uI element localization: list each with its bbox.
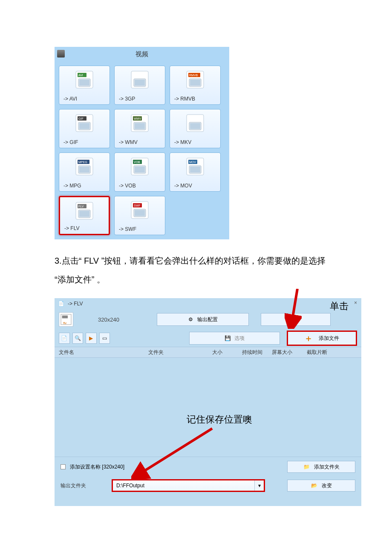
add-setting-label: 添加设置名称 [320x240] [70,463,124,471]
avi-icon: AVI [72,70,96,89]
format-tile-swf[interactable]: SWF-> SWF [114,196,165,235]
arrow-right-icon: ➡ [294,316,298,322]
col-name: 文件名 [59,349,148,356]
folder-plus-icon: 📁 [303,464,310,470]
add-setting-checkbox[interactable] [61,464,66,469]
svg-text:GIF: GIF [78,117,84,120]
svg-text:MOV: MOV [189,161,196,164]
chevron-down-icon: ▾ [258,483,261,489]
add-file-button[interactable]: ＋ 添加文件 [287,331,357,346]
add-folder-button[interactable]: 📁 添加文件夹 [287,461,355,473]
panel-title: 视频 [135,50,148,58]
plus-icon: ＋ [304,333,313,344]
format-tile-label: -> MKV [174,139,191,145]
format-tile-gif[interactable]: GIF-> GIF [59,109,110,148]
format-tile-label: -> RMVB [174,96,195,102]
instruction-text: 3.点击“ FLV ”按钮，请看看它会弹出什么样的对话框，你需要做的是选择“添加… [55,251,327,289]
vob-icon: VOB [128,157,152,176]
small-app-icon: 📄 [58,301,64,307]
close-icon[interactable]: × [354,300,357,306]
format-tile-label: -> FLV [64,225,79,231]
svg-rect-4 [79,80,89,86]
app-icon [57,50,65,58]
mpg-icon: MPEG [72,157,96,176]
gif-icon: GIF [72,114,96,132]
output-folder-input[interactable] [113,480,254,491]
add-file-label: 添加文件 [319,335,339,342]
format-tile-label: -> AVI [63,96,77,102]
rmvb-icon: RMVB [183,70,207,89]
format-tile-label: -> MPG [63,183,81,189]
change-label: 改变 [322,482,332,489]
file-list-headers: 文件名 文件夹 大小 持续时间 屏幕大小 截取片断 [55,347,361,358]
format-tile-label: -> SWF [119,226,136,232]
col-screen: 屏幕大小 [272,349,307,356]
svg-rect-25 [190,123,200,129]
tool-button-2[interactable]: 🔍 [72,333,84,344]
add-folder-label: 添加文件夹 [314,463,340,471]
svg-rect-12 [190,80,200,86]
svg-text:flv: flv [63,321,66,325]
file-list-body: 记住保存位置噢 [55,358,361,457]
format-tile-label: -> VOB [119,183,136,189]
resolution-label: 320x240 [98,316,141,323]
format-tile-label: -> 3GP [119,96,135,102]
output-config-label: 输出配置 [197,316,218,323]
format-tile-avi[interactable]: AVI-> AVI [59,66,110,105]
flv-format-icon: flv [59,312,73,327]
output-folder-dropdown[interactable]: ▾ [254,480,264,491]
change-button[interactable]: 📂 改变 [287,480,355,492]
svg-rect-17 [79,123,89,129]
options-button[interactable]: 💾 选项 [189,332,280,345]
svg-rect-54 [62,316,68,319]
svg-text:AVI: AVI [78,74,83,77]
svg-text:SWF: SWF [134,204,141,207]
3gp-icon [128,70,152,89]
folder-open-icon: 📂 [311,483,317,489]
tool-button-4[interactable]: ▭ [99,333,110,344]
tool-button-1[interactable]: 📄 [59,333,70,344]
svg-rect-35 [135,167,145,173]
svg-text:RMVB: RMVB [189,74,198,77]
svg-rect-50 [135,210,145,216]
format-tile-label: -> MOV [174,183,192,189]
gear-icon: ⚙ [188,316,193,322]
dialog-title: -> FLV [68,301,83,307]
output-folder-field: ▾ [112,479,265,492]
format-tile-wmv[interactable]: WMV-> WMV [114,109,165,148]
output-config-button[interactable]: ⚙ 输出配置 [157,313,249,326]
format-tile-rmvb[interactable]: RMVB-> RMVB [170,66,221,105]
save-icon: 💾 [225,335,231,341]
forward-arrow-button[interactable]: ➡ [261,313,331,326]
panel-title-bar: 视频 [55,47,229,61]
format-tile-3gp[interactable]: -> 3GP [114,66,165,105]
output-folder-label: 输出文件夹 [61,482,107,489]
col-dur: 持续时间 [242,349,272,356]
col-clip: 截取片断 [307,349,341,356]
col-folder: 文件夹 [148,349,212,356]
dialog-footer: 添加设置名称 [320x240] 📁 添加文件夹 输出文件夹 ▾ 📂 改变 [55,457,361,495]
wmv-icon: WMV [128,114,152,132]
options-label: 选项 [234,335,245,342]
swf-icon: SWF [128,201,152,219]
svg-text:VOB: VOB [134,161,140,164]
tool-button-play[interactable]: ▶ [86,333,97,344]
svg-text:FLV: FLV [78,205,84,208]
format-tile-flv[interactable]: FLV-> FLV [59,196,110,235]
svg-rect-40 [190,167,200,173]
col-size: 大小 [212,349,242,356]
svg-rect-45 [79,211,89,217]
svg-text:MPEG: MPEG [78,161,87,164]
svg-rect-22 [135,123,145,129]
format-tile-label: -> GIF [63,139,78,145]
format-tile-vob[interactable]: VOB-> VOB [114,152,165,192]
svg-text:WMV: WMV [134,117,141,120]
format-tile-mov[interactable]: MOV-> MOV [170,152,221,192]
svg-rect-7 [135,80,145,86]
format-tile-label: -> WMV [119,139,138,145]
format-tile-mkv[interactable]: -> MKV [170,109,221,148]
mov-icon: MOV [183,157,207,176]
flv-icon: FLV [72,201,96,220]
flv-dialog: 📄 -> FLV × 单击 flv 320x240 ⚙ 输出配置 ➡ 📄 � [55,298,361,506]
format-tile-mpg[interactable]: MPEG-> MPG [59,152,110,192]
